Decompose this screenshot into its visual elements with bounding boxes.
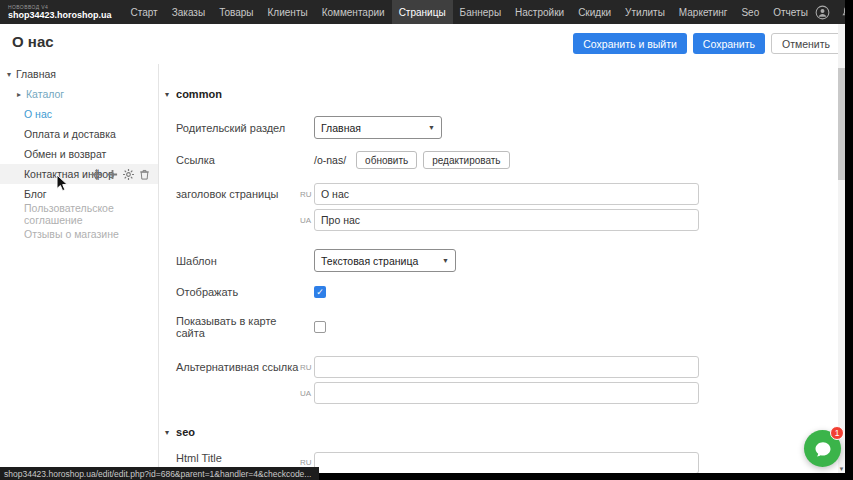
menu-products[interactable]: Товары bbox=[212, 0, 260, 24]
section-title: common bbox=[176, 88, 222, 100]
menu-pages[interactable]: Страницы bbox=[392, 0, 453, 24]
sidebar-item-label: Обмен и возврат bbox=[24, 148, 106, 160]
menu-seo[interactable]: Seo bbox=[734, 0, 766, 24]
link-value: /o-nas/ bbox=[314, 154, 346, 166]
chevron-down-icon: ▼ bbox=[428, 124, 435, 131]
sidebar-item-home[interactable]: ▾ Главная bbox=[0, 64, 158, 84]
field-label: Ссылка bbox=[176, 154, 300, 166]
letterbox-right bbox=[845, 0, 853, 480]
chat-unread-badge: 1 bbox=[830, 426, 844, 440]
header-actions: Сохранить и выйти Сохранить Отменить bbox=[573, 33, 841, 54]
sidebar-item-label: О нас bbox=[24, 108, 52, 120]
lang-ua-label: UA bbox=[300, 389, 314, 398]
menu-discounts[interactable]: Скидки bbox=[571, 0, 618, 24]
alt-link-ru-input[interactable] bbox=[314, 356, 699, 378]
sidebar-item-label: Оплата и доставка bbox=[24, 128, 116, 140]
template-select[interactable]: Текстовая страница ▼ bbox=[314, 249, 456, 272]
caret-down-icon: ▾ bbox=[165, 90, 169, 99]
vertical-scrollbar[interactable]: ▼ bbox=[838, 24, 845, 473]
field-label: Альтернативная ссылка bbox=[176, 361, 300, 373]
alt-link-ua-input[interactable] bbox=[314, 382, 699, 404]
sidebar-item-catalog[interactable]: ▸ Каталог bbox=[0, 84, 158, 104]
sidebar-item-about[interactable]: О нас bbox=[0, 104, 158, 124]
refresh-link-button[interactable]: обновить bbox=[356, 151, 417, 169]
sidebar-item-label: Главная bbox=[16, 68, 56, 80]
lang-ru-label: RU bbox=[300, 458, 314, 467]
pages-tree-sidebar: ▾ Главная ▸ Каталог О нас Оплата и доста… bbox=[0, 64, 158, 473]
alt-link-ua-row: UA bbox=[176, 382, 838, 404]
select-value: Текстовая страница bbox=[321, 255, 418, 267]
field-label: Шаблон bbox=[176, 255, 300, 267]
add-icon[interactable] bbox=[107, 169, 118, 180]
menu-reports[interactable]: Отчеты bbox=[766, 0, 815, 24]
chat-launcher-button[interactable]: 1 bbox=[804, 430, 841, 467]
scrollbar-down-arrow[interactable]: ▼ bbox=[838, 465, 845, 473]
field-label: Html Title bbox=[176, 452, 300, 464]
field-label: заголовок страницы bbox=[176, 188, 300, 200]
section-seo-header[interactable]: ▾ seo bbox=[165, 426, 838, 438]
sitemap-checkbox[interactable] bbox=[314, 321, 326, 333]
topbar: НОВОВВОД V4 shop34423.horoshop.ua Старт … bbox=[0, 0, 853, 24]
save-and-exit-button[interactable]: Сохранить и выйти bbox=[573, 33, 687, 54]
alt-link-ru-row: Альтернативная ссылка RU bbox=[176, 356, 838, 378]
sidebar-item-contact-info[interactable]: Контактная инфор bbox=[0, 164, 158, 184]
caret-right-icon[interactable]: ▸ bbox=[14, 90, 24, 99]
link-row: Ссылка /o-nas/ обновить редактировать bbox=[176, 151, 838, 169]
chat-bubble-icon bbox=[814, 440, 832, 458]
display-checkbox[interactable]: ✓ bbox=[314, 286, 326, 298]
brand-version-label: НОВОВВОД V4 bbox=[8, 5, 112, 10]
save-button[interactable]: Сохранить bbox=[693, 33, 765, 54]
brand-logo[interactable]: НОВОВВОД V4 shop34423.horoshop.ua bbox=[0, 5, 124, 20]
menu-comments[interactable]: Комментарии bbox=[315, 0, 392, 24]
move-icon[interactable] bbox=[91, 169, 102, 180]
caret-down-icon[interactable]: ▾ bbox=[4, 70, 14, 79]
scrollbar-thumb[interactable] bbox=[838, 68, 845, 180]
browser-status-url: shop34423.horoshop.ua/edit/edit.php?id=6… bbox=[0, 467, 319, 480]
page-edit-form: ▾ common Родительский раздел Главная ▼ С… bbox=[158, 64, 838, 480]
sidebar-item-blog[interactable]: Блог bbox=[0, 184, 158, 204]
cancel-button[interactable]: Отменить bbox=[771, 33, 841, 54]
menu-orders[interactable]: Заказы bbox=[165, 0, 212, 24]
menu-clients[interactable]: Клиенты bbox=[261, 0, 315, 24]
menu-utilities[interactable]: Утилиты bbox=[618, 0, 672, 24]
section-common-header[interactable]: ▾ common bbox=[165, 88, 838, 100]
gear-icon[interactable] bbox=[123, 169, 134, 180]
field-label: Родительский раздел bbox=[176, 122, 300, 134]
app-window: НОВОВВОД V4 shop34423.horoshop.ua Старт … bbox=[0, 0, 853, 480]
lang-ua-label: UA bbox=[300, 216, 314, 225]
page-title-ua-input[interactable] bbox=[314, 209, 699, 231]
menu-banners[interactable]: Баннеры bbox=[453, 0, 508, 24]
sidebar-item-shop-reviews[interactable]: Отзывы о магазине bbox=[0, 224, 158, 244]
sidebar-item-label: Отзывы о магазине bbox=[24, 228, 119, 240]
delete-icon[interactable] bbox=[139, 169, 150, 180]
template-row: Шаблон Текстовая страница ▼ bbox=[176, 249, 838, 272]
page-title-ru-input[interactable] bbox=[314, 183, 699, 205]
sidebar-item-payment-delivery[interactable]: Оплата и доставка bbox=[0, 124, 158, 144]
sidebar-item-user-agreement[interactable]: Пользовательское соглашение bbox=[0, 204, 158, 224]
parent-section-select[interactable]: Главная ▼ bbox=[314, 116, 442, 139]
page-title: О нас bbox=[12, 33, 54, 50]
select-value: Главная bbox=[321, 122, 361, 134]
lang-ru-label: RU bbox=[300, 190, 314, 199]
page-header: О нас Сохранить и выйти Сохранить Отмени… bbox=[0, 24, 853, 64]
menu-start[interactable]: Старт bbox=[124, 0, 165, 24]
menu-marketing[interactable]: Маркетинг bbox=[672, 0, 735, 24]
sidebar-item-exchange-return[interactable]: Обмен и возврат bbox=[0, 144, 158, 164]
account-icon[interactable] bbox=[815, 5, 830, 20]
parent-section-row: Родительский раздел Главная ▼ bbox=[176, 116, 838, 139]
menu-settings[interactable]: Настройки bbox=[508, 0, 571, 24]
sidebar-item-label: Блог bbox=[24, 188, 47, 200]
top-menu: Старт Заказы Товары Клиенты Комментарии … bbox=[124, 0, 815, 24]
display-row: Отображать ✓ bbox=[176, 286, 838, 298]
page-title-ru-row: заголовок страницы RU bbox=[176, 183, 838, 205]
html-title-ru-input[interactable] bbox=[314, 452, 699, 474]
status-url-text: shop34423.horoshop.ua/edit/edit.php?id=6… bbox=[4, 469, 311, 479]
lang-ru-label: RU bbox=[300, 363, 314, 372]
field-label: Отображать bbox=[176, 286, 300, 298]
field-label: Показывать в карте сайта bbox=[176, 315, 300, 339]
page-title-ua-row: UA bbox=[176, 209, 838, 231]
sidebar-item-actions bbox=[91, 164, 150, 184]
edit-link-button[interactable]: редактировать bbox=[423, 151, 509, 169]
sidebar-item-label: Пользовательское соглашение bbox=[24, 202, 158, 226]
chevron-down-icon: ▼ bbox=[442, 257, 449, 264]
